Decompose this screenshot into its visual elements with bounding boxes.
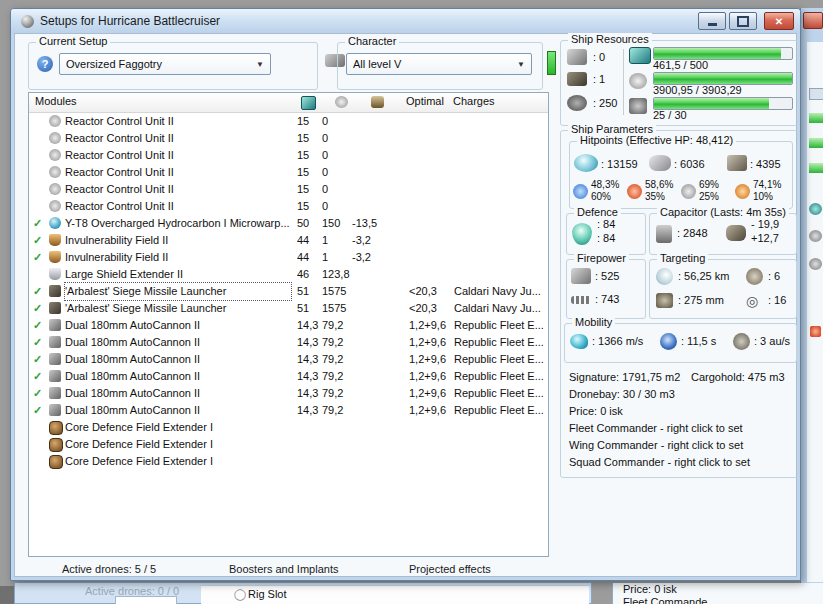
dps-icon: [571, 268, 591, 284]
titlebar[interactable]: Setups for Hurricane Battlecruiser ✕: [11, 9, 800, 33]
module-row[interactable]: ✓Invulnerability Field II441-3,2: [29, 249, 548, 266]
powergrid-bar-fill: [654, 73, 792, 84]
cargohold-stat: Cargohold: 475 m3: [691, 371, 785, 383]
capacitor-column-icon: [371, 96, 384, 108]
scan-resolution-value: : 275 mm: [678, 294, 724, 306]
em-resist-armor: 60%: [591, 191, 611, 202]
optimal-column-header: Optimal: [406, 95, 444, 107]
module-name: Dual 180mm AutoCannon II: [65, 334, 291, 351]
module-row[interactable]: Reactor Control Unit II150: [29, 164, 548, 181]
background-window-right[interactable]: [800, 8, 823, 590]
module-optimal-value: 1,2+9,6: [409, 368, 453, 385]
dronebay-stat: Dronebay: 30 / 30 m3: [569, 388, 675, 400]
module-charges-value: Republic Fleet E...: [454, 334, 548, 351]
capacitor-delta-top: - 19,9: [751, 218, 779, 230]
module-row[interactable]: Large Shield Extender II46123,8: [29, 266, 548, 283]
desktop: Active drones: 0 / 0 ◯ Rig Slot Price: 0…: [0, 0, 823, 604]
module-row[interactable]: Reactor Control Unit II150: [29, 181, 548, 198]
module-row[interactable]: ✓Dual 180mm AutoCannon II14,379,21,2+9,6…: [29, 385, 548, 402]
reactor-module-icon: [49, 132, 61, 144]
ship-parameters-group: Ship Parameters Hitpoints (Effective HP:…: [560, 130, 800, 478]
module-name: 'Arbalest' Siege Missile Launcher: [65, 283, 291, 300]
background-button-fragment: [809, 88, 823, 100]
module-row[interactable]: ✓Y-T8 Overcharged Hydrocarbon I Microwar…: [29, 215, 548, 232]
defence-label: Defence: [574, 206, 621, 218]
background-icon-fragment: [809, 258, 822, 270]
module-name: Reactor Control Unit II: [65, 198, 291, 215]
turret-hardpoints-value: : 0: [593, 51, 605, 63]
module-row[interactable]: ✓Dual 180mm AutoCannon II14,379,21,2+9,6…: [29, 317, 548, 334]
wing-commander-stat[interactable]: Wing Commander - right click to set: [569, 439, 743, 451]
module-charges-value: Republic Fleet E...: [454, 317, 548, 334]
tab-boosters-implants[interactable]: Boosters and Implants: [229, 563, 338, 575]
background-close-button-fragment: [803, 12, 823, 29]
module-name: Dual 180mm AutoCannon II: [65, 402, 291, 419]
module-row[interactable]: Reactor Control Unit II150: [29, 130, 548, 147]
check-icon: ✓: [33, 351, 45, 368]
module-row[interactable]: Reactor Control Unit II150: [29, 113, 548, 130]
cpu-bar-fill: [654, 48, 781, 59]
capacitor-delta-icon: [726, 225, 746, 241]
align-time-value: : 11,5 s: [681, 335, 716, 347]
tab-active-drones[interactable]: Active drones: 5 / 5: [62, 563, 156, 575]
module-row[interactable]: Core Defence Field Extender I: [29, 419, 548, 436]
module-row[interactable]: ✓Invulnerability Field II441-3,2: [29, 232, 548, 249]
module-row[interactable]: Reactor Control Unit II150: [29, 147, 548, 164]
character-value: All level V: [353, 58, 401, 70]
module-row[interactable]: ✓Dual 180mm AutoCannon II14,379,21,2+9,6…: [29, 402, 548, 419]
module-row[interactable]: Core Defence Field Extender I: [29, 453, 548, 470]
kinetic-resist-icon: [681, 184, 696, 199]
module-name: Dual 180mm AutoCannon II: [65, 317, 291, 334]
thermal-resist-shield: 58,6%: [645, 179, 673, 190]
background-bar-fragment: [809, 113, 823, 123]
module-row[interactable]: ✓'Arbalest' Siege Missile Launcher511575…: [29, 300, 548, 317]
invuln-module-icon: [49, 251, 61, 263]
current-setup-combobox[interactable]: Oversized Faggotry ▼: [59, 53, 271, 75]
module-charges-value: Republic Fleet E...: [454, 385, 548, 402]
module-pg-value: 0: [322, 113, 366, 130]
close-icon: ✕: [775, 16, 783, 27]
module-name: Reactor Control Unit II: [65, 113, 291, 130]
module-name: Reactor Control Unit II: [65, 147, 291, 164]
module-pg-value: 123,8: [322, 266, 366, 283]
drone-bandwidth-bar-label: 25 / 30: [653, 109, 687, 121]
squad-commander-stat[interactable]: Squad Commander - right click to set: [569, 456, 750, 468]
background-window-bottom[interactable]: Active drones: 0 / 0 ◯ Rig Slot: [14, 582, 592, 604]
help-icon[interactable]: ?: [37, 56, 53, 72]
minimize-button[interactable]: [698, 12, 726, 30]
modules-list[interactable]: Modules Optimal Charges Reactor Control …: [28, 92, 549, 557]
character-combobox[interactable]: All level V ▼: [346, 53, 532, 75]
module-name: Dual 180mm AutoCannon II: [65, 368, 291, 385]
armor-hp-value: : 6036: [674, 158, 705, 170]
module-row[interactable]: Core Defence Field Extender I: [29, 436, 548, 453]
module-row[interactable]: ✓Dual 180mm AutoCannon II14,379,21,2+9,6…: [29, 368, 548, 385]
fleet-commander-stat[interactable]: Fleet Commander - right click to set: [569, 422, 743, 434]
module-row[interactable]: ✓'Arbalest' Siege Missile Launcher511575…: [29, 283, 548, 300]
tab-projected-effects[interactable]: Projected effects: [409, 563, 491, 575]
close-button[interactable]: ✕: [764, 12, 794, 30]
minimize-icon: [708, 23, 717, 26]
background-window-bottom-right[interactable]: Price: 0 isk Fleet Commande: [612, 583, 823, 604]
module-pg-value: 0: [322, 164, 366, 181]
module-name: Reactor Control Unit II: [65, 164, 291, 181]
module-optimal-value: 1,2+9,6: [409, 334, 453, 351]
autocannon-module-icon: [49, 404, 61, 416]
app-icon: [21, 15, 34, 28]
module-name: Large Shield Extender II: [65, 266, 291, 283]
maximize-button[interactable]: [729, 12, 757, 30]
character-label: Character: [345, 35, 399, 47]
capacitor-icon: [656, 225, 672, 243]
warp-speed-icon: [733, 333, 750, 350]
firepower-label: Firepower: [574, 252, 629, 264]
background-corner: [0, 586, 14, 604]
background-icon-fragment: [810, 326, 821, 337]
module-optimal-value: 1,2+9,6: [409, 317, 453, 334]
module-row[interactable]: ✓Dual 180mm AutoCannon II14,379,21,2+9,6…: [29, 351, 548, 368]
armor-hp-icon: [649, 155, 671, 171]
module-charges-value: Republic Fleet E...: [454, 402, 548, 419]
module-row[interactable]: Reactor Control Unit II150: [29, 198, 548, 215]
max-targets-value: : 6: [768, 270, 780, 282]
module-row[interactable]: ✓Dual 180mm AutoCannon II14,379,21,2+9,6…: [29, 334, 548, 351]
explosive-resist-armor: 10%: [753, 191, 773, 202]
background-panel: ◯ Rig Slot: [201, 585, 589, 604]
